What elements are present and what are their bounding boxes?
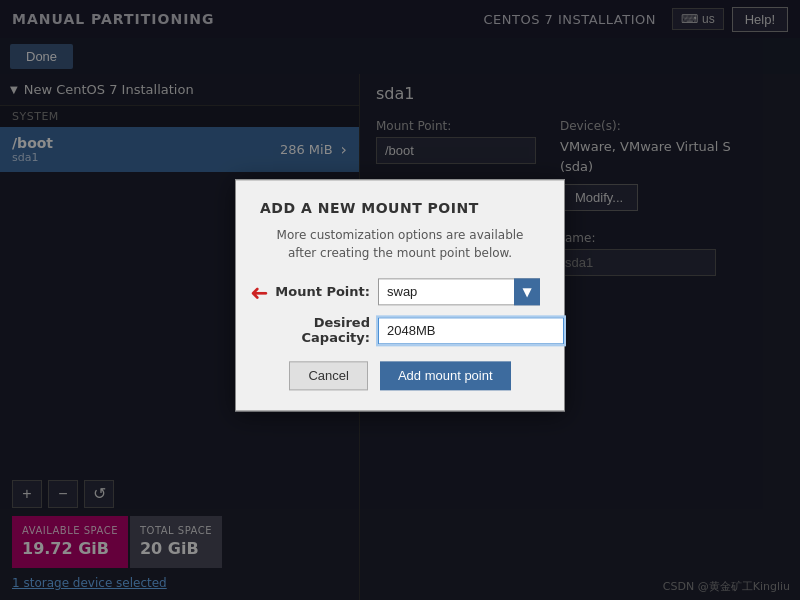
- cancel-button[interactable]: Cancel: [289, 361, 367, 390]
- dialog-buttons: Cancel Add mount point: [260, 361, 540, 390]
- dialog-capacity-label: Desired Capacity:: [260, 315, 370, 345]
- dialog-mount-point-wrapper: swap / /boot /home /var /tmp ▼: [378, 278, 540, 305]
- dialog-description: More customization options are available…: [260, 226, 540, 262]
- dialog-mount-point-label: Mount Point:: [260, 284, 370, 299]
- dialog-capacity-input[interactable]: [378, 317, 564, 344]
- add-mount-point-dialog: ADD A NEW MOUNT POINT More customization…: [235, 179, 565, 411]
- dialog-mount-point-row: ➜ Mount Point: swap / /boot /home /var /…: [260, 278, 540, 305]
- add-mount-point-button[interactable]: Add mount point: [380, 361, 511, 390]
- dialog-mount-point-select[interactable]: swap / /boot /home /var /tmp: [378, 278, 540, 305]
- dialog-title: ADD A NEW MOUNT POINT: [260, 200, 540, 216]
- arrow-indicator-icon: ➜: [250, 279, 268, 304]
- dialog-capacity-row: Desired Capacity:: [260, 315, 540, 345]
